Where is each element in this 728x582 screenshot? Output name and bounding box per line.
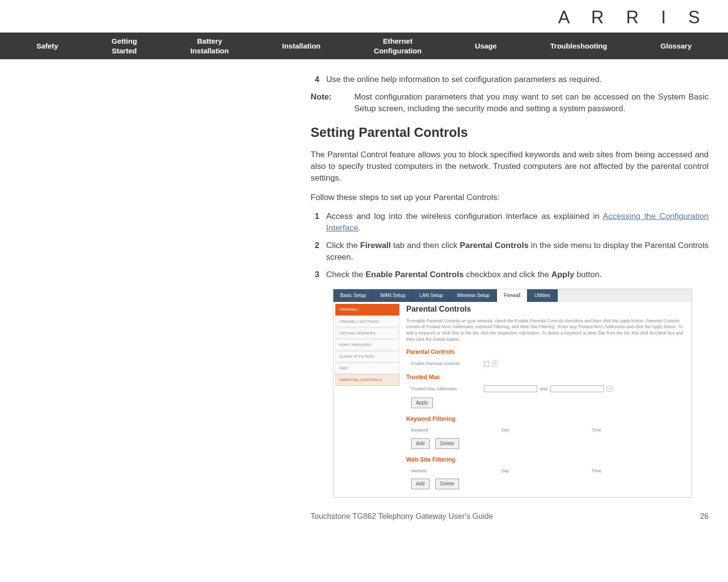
follow-paragraph: Follow these steps to set up your Parent… [311,192,709,203]
step-number: 1 [311,211,326,234]
text-fragment: . [358,223,361,233]
keyword-filtering-head: Keyword Filtering [406,415,687,423]
step-text: Check the Enable Parental Controls check… [326,269,709,281]
tab-firewall[interactable]: Firewall [497,289,528,302]
and-text: and [540,386,547,392]
nav-battery-installation[interactable]: Battery Installation [190,36,229,55]
shot-tabs: Basic Setup WAN Setup LAN Setup Wireless… [333,289,692,302]
trusted-mac-label: Trusted Mac Addresses [411,386,484,392]
mac-input-2[interactable] [550,385,604,392]
step-number: 3 [311,269,326,281]
shot-panel: Parental Controls To enable Parental Con… [401,302,692,497]
website-columns: Website Day Time [406,467,687,475]
help-icon[interactable]: ? [607,386,612,392]
intro-paragraph: The Parental Control feature allows you … [311,149,709,183]
note-block: Note: Most configuration parameters that… [311,91,709,115]
text-fragment: button. [574,270,602,279]
col-day: Day [501,427,592,433]
nav-getting-started[interactable]: Getting Started [112,36,137,55]
step-2: 2 Click the Firewall tab and then click … [311,240,709,263]
delete-keyword-button[interactable]: Delete [435,438,459,449]
nav-installation[interactable]: Installation [282,41,320,51]
text-fragment: checkbox and click the [463,270,551,279]
step-text: Use the online help information to set c… [326,74,709,85]
nav-glossary[interactable]: Glossary [661,41,692,51]
side-firewall-settings[interactable]: FIREWALL SETTINGS [335,316,399,327]
parental-controls-bold: Parental Controls [460,241,529,250]
side-parental-controls[interactable]: PARENTAL CONTROLS [335,374,399,385]
step-4: 4 Use the online help information to set… [311,74,709,85]
embedded-screenshot: Basic Setup WAN Setup LAN Setup Wireless… [333,289,692,498]
shot-title: Parental Controls [406,304,687,315]
enable-pc-row: Enable Parental Controls ? [406,359,687,368]
main-content: 4 Use the online help information to set… [311,59,709,498]
mac-input-1[interactable] [484,385,537,392]
text-fragment: Check the [326,270,365,279]
page-footer: Touchstone TG862 Telephony Gateway User'… [0,512,728,531]
nav-troubleshooting[interactable]: Troubleshooting [550,41,607,51]
firewall-bold: Firewall [360,241,391,250]
text-fragment: tab and then click [391,241,460,250]
trusted-mac-row: Trusted Mac Addresses and ? [406,384,687,394]
shot-description: To enable Parental Controls on your netw… [406,318,687,342]
page-number: 26 [700,512,709,521]
step-3: 3 Check the Enable Parental Controls che… [311,269,709,281]
enable-pc-bold: Enable Parental Controls [365,270,463,279]
col-time: Time [592,427,682,433]
add-keyword-button[interactable]: Add [411,438,430,449]
tab-wireless-setup[interactable]: Wireless Setup [450,289,497,302]
step-text: Click the Firewall tab and then click Pa… [326,240,709,263]
text-fragment: Access and log into the wireless configu… [326,212,603,221]
nav-ethernet-configuration[interactable]: Ethernet Configuration [374,36,421,55]
nav-usage[interactable]: Usage [475,41,497,51]
col-time: Time [592,468,682,474]
section-title: Setting Parental Controls [311,124,709,142]
brand-logo: A R R I S [0,0,728,33]
apply-button[interactable]: Apply [411,398,433,408]
tab-lan-setup[interactable]: LAN Setup [413,289,450,302]
step-number: 2 [311,240,326,263]
col-keyword: Keyword [411,427,501,433]
tab-utilities[interactable]: Utilities [528,289,557,302]
step-number: 4 [311,74,326,85]
side-client-ip-filters[interactable]: CLIENT IP FILTERS [335,351,399,362]
keyword-columns: Keyword Day Time [406,426,687,434]
text-fragment: Click the [326,241,360,250]
top-navbar: Safety Getting Started Battery Installat… [0,33,728,59]
side-virtual-servers[interactable]: VIRTUAL SERVERS [335,328,399,339]
enable-pc-checkbox[interactable] [484,361,489,366]
website-filtering-head: Web Site Filtering [406,456,687,464]
apply-bold: Apply [551,270,574,279]
tab-wan-setup[interactable]: WAN Setup [373,289,413,302]
add-website-button[interactable]: Add [411,479,430,489]
step-1: 1 Access and log into the wireless confi… [311,211,709,234]
side-port-triggers[interactable]: PORT TRIGGERS [335,339,399,350]
note-label: Note: [311,91,354,115]
side-dmz[interactable]: DMZ [335,363,399,374]
note-text: Most configuration parameters that you m… [354,91,709,115]
enable-pc-label: Enable Parental Controls [411,361,484,367]
tab-basic-setup[interactable]: Basic Setup [333,289,373,302]
step-text: Access and log into the wireless configu… [326,211,709,234]
col-day: Day [501,468,592,474]
pc-section-head: Parental Controls [406,348,687,356]
footer-title: Touchstone TG862 Telephony Gateway User'… [311,512,493,521]
delete-website-button[interactable]: Delete [435,479,459,489]
col-website: Website [411,468,501,474]
shot-side-menu: FIREWALL FIREWALL SETTINGS VIRTUAL SERVE… [333,302,401,497]
help-icon[interactable]: ? [492,361,498,366]
trusted-mac-head: Trusted Mac [406,373,687,382]
side-firewall[interactable]: FIREWALL [335,304,399,315]
nav-safety[interactable]: Safety [36,41,58,51]
